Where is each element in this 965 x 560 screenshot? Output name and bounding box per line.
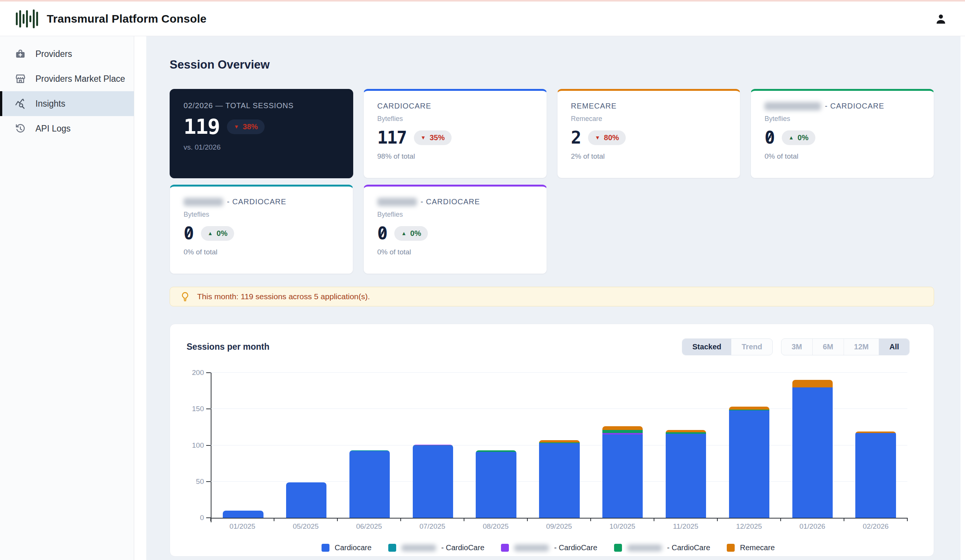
chart-bar-08/2025[interactable] — [465, 373, 528, 518]
legend-swatch — [614, 544, 622, 552]
app-header: Transmural Platform Console — [0, 2, 965, 36]
x-tick-mark — [907, 518, 908, 521]
app-card-title: - CARDIOCARE — [764, 102, 920, 110]
sidebar-item-providers[interactable]: Providers — [0, 41, 134, 66]
app-title: Transmural Platform Console — [47, 12, 206, 25]
y-tick-label: 100 — [187, 441, 204, 450]
bar-segment — [729, 407, 769, 410]
bar-segment — [223, 511, 263, 518]
sidebar: Providers Providers Market Place Insig — [0, 36, 134, 560]
sidebar-item-insights[interactable]: Insights — [0, 91, 134, 116]
legend-swatch — [501, 544, 509, 552]
stat-cards: 02/2026 — TOTAL SESSIONS 119 ▼ 38% vs. 0… — [170, 89, 934, 274]
delta-value: 0% — [217, 229, 228, 238]
y-tick-label: 50 — [187, 477, 204, 486]
range-12m-button[interactable]: 12M — [844, 339, 879, 355]
trend-mode-button[interactable]: Trend — [731, 339, 772, 355]
bar-segment — [855, 433, 896, 518]
arrow-down-icon: ▼ — [234, 124, 239, 129]
x-tick-mark — [654, 518, 654, 521]
stacked-mode-button[interactable]: Stacked — [682, 339, 732, 355]
bars-container — [211, 373, 907, 518]
legend-swatch — [388, 544, 396, 552]
legend-label: Cardiocare — [335, 544, 372, 552]
bar-segment — [602, 434, 643, 518]
redacted-app-name — [764, 102, 821, 110]
chart-bar-02/2026[interactable] — [844, 373, 907, 518]
user-menu-button[interactable] — [932, 11, 949, 27]
chart-bar-12/2025[interactable] — [718, 373, 781, 518]
y-tick-mark — [206, 408, 211, 409]
chart-legend: Cardiocare- CardioCare- CardioCare- Card… — [186, 544, 909, 552]
arrow-down-icon: ▼ — [421, 135, 426, 140]
x-axis-labels: 01/202505/202506/202507/202508/202509/20… — [211, 522, 907, 531]
app-card-share: 0% of total — [764, 152, 920, 160]
bar-segment — [286, 482, 326, 518]
medical-bag-icon — [14, 48, 26, 60]
bar-segment — [602, 426, 643, 430]
delta-badge: ▼ 38% — [227, 119, 265, 134]
chart-bar-10/2025[interactable] — [591, 373, 654, 518]
chart-bar-01/2026[interactable] — [781, 373, 844, 518]
app-stat-card: REMECARE Remecare 2 ▼ 80% 2% of total — [557, 89, 741, 178]
legend-item: Cardiocare — [322, 544, 372, 552]
x-tick-label: 02/2026 — [844, 522, 907, 531]
bar-segment — [666, 434, 706, 518]
chart-bar-09/2025[interactable] — [528, 373, 591, 518]
app-card-provider: Byteflies — [377, 211, 533, 219]
x-tick-label: 07/2025 — [401, 522, 464, 531]
x-tick-label: 12/2025 — [717, 522, 781, 531]
sidebar-item-providers-market-place[interactable]: Providers Market Place — [0, 66, 134, 91]
app-card-provider: Byteflies — [183, 211, 339, 219]
app-card-provider: Remecare — [571, 115, 727, 123]
delta-value: 0% — [410, 229, 421, 238]
chart-search-icon — [14, 98, 26, 109]
app-card-value: 117 — [377, 129, 406, 146]
delta-badge: ▲ 0% — [782, 131, 815, 145]
x-tick-mark — [400, 518, 401, 521]
bar-segment — [792, 387, 833, 518]
chart-bar-05/2025[interactable] — [275, 373, 338, 518]
range-all-button[interactable]: All — [879, 339, 909, 355]
range-toggle: 3M 6M 12M All — [781, 338, 909, 355]
redacted-app-name — [401, 545, 436, 551]
legend-label: - CardioCare — [554, 544, 597, 552]
app-card-title: - CARDIOCARE — [183, 198, 339, 206]
page-title: Session Overview — [170, 58, 934, 72]
delta-badge: ▼ 35% — [414, 131, 451, 145]
x-tick-mark — [337, 518, 338, 521]
app-card-provider: Byteflies — [764, 115, 920, 123]
app-card-provider: Byteflies — [377, 115, 533, 123]
app-logo: Transmural Platform Console — [16, 8, 206, 29]
storefront-icon — [14, 73, 26, 85]
x-tick-label: 05/2025 — [274, 522, 337, 531]
content-panel: Session Overview 02/2026 — TOTAL SESSION… — [146, 36, 960, 560]
app-card-share: 2% of total — [571, 152, 727, 160]
chart-controls: Stacked Trend 3M 6M 12M All — [682, 338, 909, 355]
legend-item: - CardioCare — [388, 544, 484, 552]
app-card-share: 0% of total — [377, 248, 533, 256]
history-clock-icon — [14, 122, 26, 134]
range-6m-button[interactable]: 6M — [812, 339, 844, 355]
chart-bar-06/2025[interactable] — [338, 373, 401, 518]
redacted-app-name — [183, 198, 223, 206]
delta-value: 35% — [430, 134, 445, 142]
bar-segment — [350, 451, 390, 518]
redacted-app-name — [514, 545, 549, 551]
x-tick-mark — [464, 518, 465, 521]
delta-value: 38% — [243, 122, 258, 131]
range-3m-button[interactable]: 3M — [782, 339, 812, 355]
sidebar-item-label: Providers — [36, 49, 72, 59]
chart-bar-01/2025[interactable] — [211, 373, 275, 518]
legend-swatch — [322, 544, 329, 552]
sidebar-item-api-logs[interactable]: API Logs — [0, 116, 134, 141]
y-tick-mark — [206, 372, 211, 373]
chart-bar-11/2025[interactable] — [654, 373, 718, 518]
chart-bar-07/2025[interactable] — [401, 373, 465, 518]
delta-value: 0% — [798, 134, 808, 142]
app-card-value: 0 — [377, 225, 387, 242]
bar-segment — [413, 446, 453, 518]
sidebar-item-label: Providers Market Place — [36, 74, 125, 84]
x-tick-label: 09/2025 — [527, 522, 591, 531]
bar-segment — [476, 452, 516, 518]
